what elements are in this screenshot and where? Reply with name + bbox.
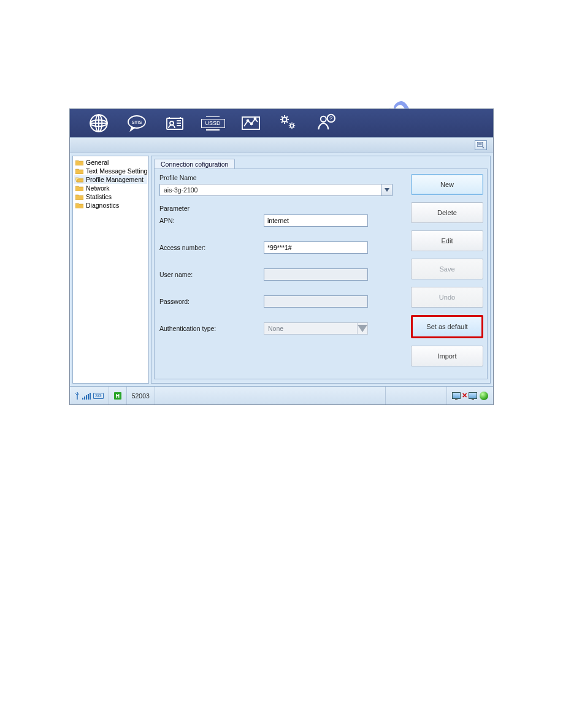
sidebar-item-network[interactable]: Network: [74, 184, 147, 192]
sidebar-label: Text Message Setting: [86, 167, 147, 175]
signal-cell: 3G: [70, 387, 109, 404]
button-column: New Delete Edit Save Undo Set as default…: [411, 174, 483, 366]
content-pane: Connection cofiguration Profile Name ais…: [151, 156, 491, 384]
sidebar-label: General: [86, 159, 109, 166]
chevron-down-icon[interactable]: [381, 184, 392, 195]
sidebar-item-statistics[interactable]: Statistics: [74, 192, 147, 201]
import-button[interactable]: Import: [411, 346, 483, 366]
settings-tree: General Text Message Setting Profile Man…: [72, 156, 149, 384]
auth-type-select[interactable]: None: [264, 322, 368, 335]
sidebar-label: Statistics: [86, 193, 112, 200]
edit-button[interactable]: Edit: [411, 230, 483, 251]
connection-cell: ✕: [447, 387, 493, 404]
folder-open-icon: [75, 176, 83, 183]
main-toolbar: sms USSD ?: [70, 109, 493, 137]
save-button: Save: [411, 259, 483, 279]
chevron-down-icon: [357, 323, 367, 334]
profile-name-value: ais-3g-2100: [164, 186, 197, 194]
new-button[interactable]: New: [411, 174, 483, 195]
profile-name-combo[interactable]: ais-3g-2100: [159, 184, 393, 196]
svg-line-25: [282, 121, 283, 123]
sub-toolbar: [70, 137, 493, 153]
password-field[interactable]: [264, 295, 368, 308]
sidebar-item-text-message[interactable]: Text Message Setting: [74, 167, 147, 175]
form-area: Profile Name ais-3g-2100 Parameter APN: …: [159, 174, 407, 374]
svg-point-17: [255, 118, 256, 120]
undo-button: Undo: [411, 287, 483, 308]
svg-point-18: [283, 118, 287, 122]
sidebar-item-profile-management[interactable]: Profile Management: [74, 175, 147, 184]
svg-text:sms: sms: [132, 119, 142, 125]
auth-type-value: None: [268, 325, 283, 332]
settings-icon[interactable]: [278, 113, 299, 134]
user-name-field[interactable]: [264, 268, 368, 281]
folder-icon: [75, 194, 83, 200]
svg-point-27: [290, 124, 293, 127]
status-empty: [386, 387, 447, 404]
delete-button[interactable]: Delete: [411, 202, 483, 223]
folder-icon: [75, 185, 83, 191]
network-badge: 3G: [93, 393, 104, 399]
sidebar-item-general[interactable]: General: [74, 158, 147, 167]
svg-line-23: [282, 116, 283, 118]
folder-icon: [75, 168, 83, 174]
access-number-label: Access number:: [159, 244, 264, 251]
status-bar: 3G H 52003 ✕: [70, 386, 493, 404]
sms-icon[interactable]: sms: [126, 113, 147, 134]
password-label: Password:: [159, 298, 264, 305]
svg-line-33: [293, 127, 294, 127]
globe-green-icon: [480, 392, 488, 400]
svg-text:?: ?: [329, 115, 332, 121]
globe-icon[interactable]: [88, 113, 109, 134]
sidebar-label: Profile Management: [86, 176, 144, 183]
h-cell: H: [109, 387, 127, 404]
apn-label: APN:: [159, 217, 264, 224]
svg-point-16: [251, 123, 253, 125]
contacts-icon[interactable]: [164, 113, 185, 134]
set-default-button[interactable]: Set as default: [411, 315, 483, 338]
sidebar-item-diagnostics[interactable]: Diagnostics: [74, 201, 147, 210]
access-number-field[interactable]: [264, 241, 368, 254]
operator-code: 52003: [132, 392, 150, 400]
code-cell: 52003: [127, 387, 155, 404]
profile-name-label: Profile Name: [159, 174, 407, 181]
app-window: sms USSD ? General: [69, 108, 494, 405]
signal-bars-icon: [82, 392, 91, 400]
svg-point-15: [247, 120, 249, 122]
svg-line-32: [289, 123, 290, 124]
folder-icon: [75, 202, 83, 208]
config-panel: Profile Name ais-3g-2100 Parameter APN: …: [154, 169, 488, 379]
sidebar-label: Diagnostics: [86, 202, 119, 209]
svg-line-24: [286, 121, 288, 123]
apn-field[interactable]: [264, 214, 368, 227]
sidebar-label: Network: [86, 184, 110, 192]
parameter-label: Parameter: [159, 205, 407, 212]
user-name-label: User name:: [159, 271, 264, 278]
stats-icon[interactable]: [240, 113, 261, 134]
h-icon: H: [114, 392, 121, 400]
auth-type-label: Authentication type:: [159, 325, 264, 332]
tab-connection-config[interactable]: Connection cofiguration: [154, 159, 235, 169]
folder-icon: [75, 159, 83, 165]
work-area: General Text Message Setting Profile Man…: [70, 153, 493, 386]
help-icon[interactable]: ?: [316, 113, 337, 134]
options-button[interactable]: [475, 140, 487, 150]
svg-line-26: [286, 116, 288, 118]
status-spacer: [155, 387, 386, 404]
monitors-icon: ✕: [452, 392, 477, 400]
svg-line-35: [293, 123, 294, 124]
antenna-icon: [75, 392, 80, 400]
ussd-icon[interactable]: USSD: [202, 113, 223, 134]
svg-line-34: [289, 127, 290, 127]
disconnect-x-icon: ✕: [462, 392, 467, 400]
svg-point-36: [321, 116, 326, 122]
